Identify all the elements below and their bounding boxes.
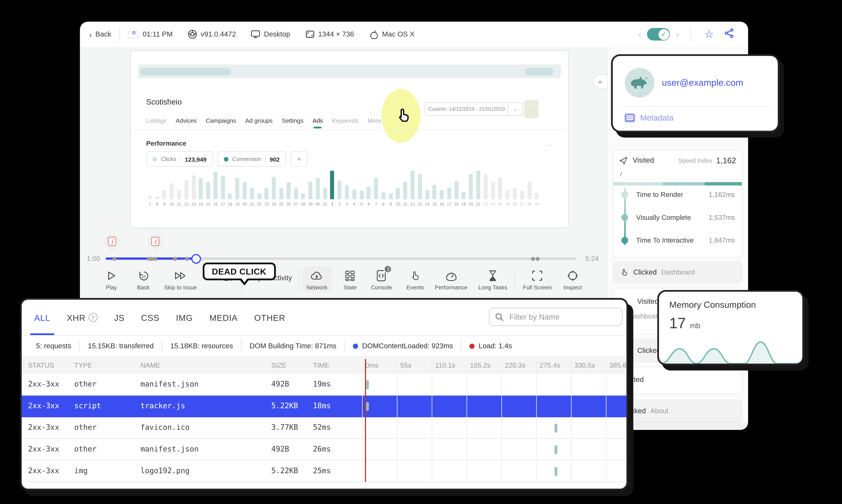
page-tab-advices[interactable]: Advices bbox=[176, 117, 197, 124]
chart-x-label: 22 bbox=[257, 202, 262, 206]
autoplay-toggle[interactable]: ✓ bbox=[647, 28, 670, 40]
back-button[interactable]: ‹ Back bbox=[89, 30, 111, 39]
state-panel-button[interactable]: State bbox=[343, 270, 357, 291]
back-10s-button[interactable]: 10 Back bbox=[137, 270, 149, 291]
metric-value: 1,162ms bbox=[709, 191, 735, 199]
apple-icon bbox=[369, 30, 379, 39]
network-request-row[interactable]: 2xx-3xxscripttracker.js5.22KB18ms bbox=[22, 396, 626, 417]
chart-bar-slot: 5 bbox=[358, 171, 365, 206]
status-dot bbox=[353, 343, 358, 349]
dead-click-tooltip: DEAD CLICK bbox=[203, 263, 275, 280]
network-tab-xhr[interactable]: XHR? bbox=[67, 300, 97, 335]
chart-bar-slot: 29 bbox=[533, 171, 540, 206]
time-column-header: 110.1s bbox=[435, 361, 455, 369]
event-dot[interactable] bbox=[112, 256, 117, 260]
playhead-handle[interactable] bbox=[191, 254, 201, 264]
event-label: Clicked bbox=[633, 268, 657, 276]
search-icon bbox=[495, 312, 504, 321]
network-panel-button[interactable]: Network bbox=[301, 267, 333, 293]
event-dot[interactable] bbox=[531, 256, 535, 260]
page-tab-more[interactable]: More bbox=[368, 117, 381, 124]
metric-dot bbox=[621, 214, 628, 221]
issue-marker-dead-click[interactable]: i bbox=[147, 233, 163, 256]
event-dot[interactable] bbox=[536, 256, 540, 260]
event-clicked-dashboard[interactable]: Clicked Dashboard bbox=[613, 262, 742, 283]
chart-bar-slot: 7 bbox=[373, 171, 380, 206]
network-tab-js[interactable]: JS bbox=[114, 300, 124, 335]
page-tab-listings[interactable]: Listings bbox=[146, 117, 166, 124]
network-tab-label: IMG bbox=[176, 312, 193, 322]
request-name: tracker.js bbox=[140, 401, 185, 410]
network-stat: 15.15KB: transferred bbox=[80, 339, 162, 353]
network-stat-label: DOM Building Time: 871ms bbox=[250, 342, 337, 350]
chart-x-label: 15 bbox=[432, 202, 437, 206]
metric-chip-clicks[interactable]: Clicks123,949 bbox=[146, 151, 213, 167]
console-panel-button[interactable]: 3 Console bbox=[371, 270, 392, 291]
chart-bar bbox=[440, 190, 444, 199]
skeleton-pill bbox=[525, 68, 553, 75]
event-clicked-about[interactable]: Clicked About bbox=[613, 400, 742, 422]
divider bbox=[690, 27, 691, 41]
network-tab-all[interactable]: ALL bbox=[34, 300, 50, 335]
previous-session-button[interactable]: ‹ bbox=[635, 30, 645, 39]
os: Mac OS X bbox=[369, 30, 415, 39]
network-stat-label: DOMContentLoaded: 923ms bbox=[362, 342, 453, 350]
chart-bar bbox=[301, 194, 305, 199]
filter-input-wrap bbox=[489, 308, 622, 326]
inspect-button[interactable]: Inspect bbox=[563, 270, 582, 291]
date-range-select[interactable]: Custom: 14/12/2019 - 21/01/2020 ⌄ bbox=[425, 102, 523, 116]
events-panel-button[interactable]: Events bbox=[406, 270, 424, 291]
page-tab-ad-groups[interactable]: Ad groups bbox=[245, 117, 272, 124]
chart-bar bbox=[513, 188, 517, 199]
request-time: 19ms bbox=[313, 380, 331, 388]
issue-marker[interactable]: i bbox=[104, 233, 120, 256]
metadata-button[interactable]: Metadata bbox=[625, 113, 674, 122]
timeline-track[interactable]: i i bbox=[106, 257, 577, 260]
column-header-status: STATUS bbox=[28, 361, 54, 369]
page-more-button[interactable]: ... bbox=[524, 100, 539, 118]
chart-x-label: 10 bbox=[396, 202, 400, 206]
share-button[interactable] bbox=[720, 28, 739, 40]
metric-chip-conversion[interactable]: Conversion902 bbox=[217, 151, 286, 167]
metric-value: 1,847ms bbox=[709, 236, 735, 244]
filter-input[interactable] bbox=[508, 312, 616, 322]
performance-panel-button[interactable]: Performance bbox=[435, 270, 467, 291]
help-icon[interactable]: ? bbox=[88, 313, 97, 322]
event-label: Visited bbox=[633, 156, 654, 164]
event-dot[interactable] bbox=[185, 256, 189, 260]
user-email[interactable]: user@example.com bbox=[662, 77, 743, 88]
network-stat: Load: 1.4s bbox=[462, 339, 520, 353]
event-dot[interactable] bbox=[173, 256, 177, 260]
page-tab-campaigns[interactable]: Campaigns bbox=[206, 117, 236, 124]
chart-x-label: 10 bbox=[169, 202, 174, 206]
network-request-row[interactable]: 2xx-3xxothermanifest.json492B26ms bbox=[22, 439, 626, 461]
network-tab-media[interactable]: MEDIA bbox=[209, 300, 238, 335]
network-request-row[interactable]: 2xx-3xxotherfavicon.ico3.77KB52ms bbox=[22, 417, 626, 439]
page-tab-ads[interactable]: Ads bbox=[312, 117, 323, 124]
network-tab-css[interactable]: CSS bbox=[141, 300, 160, 335]
request-status: 2xx-3xx bbox=[28, 380, 59, 388]
skip-to-issue-button[interactable]: Skip to Issue bbox=[164, 270, 197, 291]
event-visited[interactable]: Visited bbox=[613, 366, 742, 394]
network-tab-other[interactable]: OTHER bbox=[254, 300, 285, 335]
chart-bar bbox=[250, 188, 254, 199]
network-tab-img[interactable]: IMG bbox=[176, 300, 193, 335]
chart-x-label: 13 bbox=[418, 202, 422, 206]
page-tab-settings[interactable]: Settings bbox=[282, 117, 303, 124]
request-name: manifest.json bbox=[140, 380, 199, 388]
page-tab-keywords[interactable]: Keywords bbox=[332, 117, 358, 124]
network-request-row[interactable]: 2xx-3xxothermanifest.json492B19ms bbox=[22, 374, 626, 396]
network-request-row[interactable]: 2xx-3xximglogo192.png5.22KB25ms bbox=[22, 461, 626, 483]
event-visited-metrics[interactable]: Visited Speed Index 1,162 / Time to Rend… bbox=[613, 149, 742, 258]
add-metric-button[interactable]: + bbox=[290, 151, 308, 167]
star-bookmark-button[interactable]: ☆ bbox=[699, 29, 720, 39]
full-screen-button[interactable]: Full Screen bbox=[523, 270, 552, 291]
play-button[interactable]: Play bbox=[106, 270, 117, 291]
event-dot[interactable] bbox=[153, 256, 157, 260]
performance-more-button[interactable]: ... bbox=[546, 140, 553, 147]
chart-bar bbox=[155, 196, 159, 199]
long-tasks-panel-button[interactable]: Long Tasks bbox=[479, 270, 507, 291]
collapse-sidebar-button[interactable]: » bbox=[593, 74, 607, 89]
next-session-button[interactable]: › bbox=[672, 30, 682, 39]
chart-x-label: 16 bbox=[213, 202, 218, 206]
